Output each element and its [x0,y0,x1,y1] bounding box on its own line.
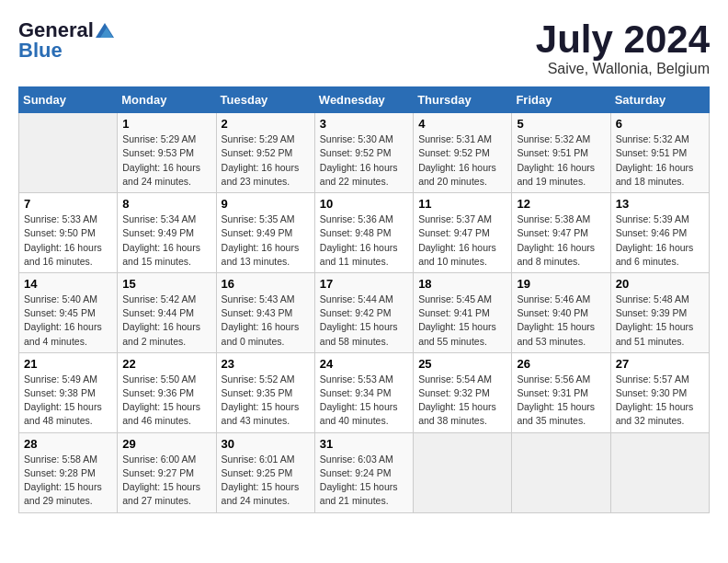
day-info: Sunrise: 5:42 AM Sunset: 9:44 PM Dayligh… [122,293,210,349]
calendar-cell: 11Sunrise: 5:37 AM Sunset: 9:47 PM Dayli… [414,193,512,273]
calendar-cell [19,113,118,193]
calendar-cell: 27Sunrise: 5:57 AM Sunset: 9:30 PM Dayli… [610,352,709,432]
header-saturday: Saturday [610,87,709,113]
calendar-cell: 24Sunrise: 5:53 AM Sunset: 9:34 PM Dayli… [314,352,413,432]
calendar-cell: 3Sunrise: 5:30 AM Sunset: 9:52 PM Daylig… [314,113,413,193]
calendar-cell: 10Sunrise: 5:36 AM Sunset: 9:48 PM Dayli… [314,193,413,273]
calendar-table: SundayMondayTuesdayWednesdayThursdayFrid… [18,86,710,512]
calendar-cell: 9Sunrise: 5:35 AM Sunset: 9:49 PM Daylig… [216,193,314,273]
day-info: Sunrise: 5:36 AM Sunset: 9:48 PM Dayligh… [320,213,408,269]
week-row-2: 7Sunrise: 5:33 AM Sunset: 9:50 PM Daylig… [19,193,710,273]
month-title: July 2024 [536,18,710,61]
day-info: Sunrise: 5:53 AM Sunset: 9:34 PM Dayligh… [320,373,408,429]
calendar-cell: 25Sunrise: 5:54 AM Sunset: 9:32 PM Dayli… [414,352,512,432]
header-friday: Friday [512,87,610,113]
calendar-cell: 13Sunrise: 5:39 AM Sunset: 9:46 PM Dayli… [610,193,709,273]
calendar-cell: 15Sunrise: 5:42 AM Sunset: 9:44 PM Dayli… [118,272,216,352]
day-info: Sunrise: 5:56 AM Sunset: 9:31 PM Dayligh… [517,373,605,429]
day-number: 15 [122,277,210,291]
day-info: Sunrise: 5:45 AM Sunset: 9:41 PM Dayligh… [418,293,506,349]
day-number: 2 [222,117,310,131]
calendar-cell [512,432,610,512]
day-number: 19 [517,277,605,291]
day-number: 20 [616,277,704,291]
day-number: 29 [122,437,210,451]
week-row-4: 21Sunrise: 5:49 AM Sunset: 9:38 PM Dayli… [19,352,710,432]
calendar-cell: 19Sunrise: 5:46 AM Sunset: 9:40 PM Dayli… [512,272,610,352]
day-info: Sunrise: 5:37 AM Sunset: 9:47 PM Dayligh… [418,213,506,269]
day-number: 13 [616,197,704,211]
day-info: Sunrise: 5:43 AM Sunset: 9:43 PM Dayligh… [222,293,310,349]
day-info: Sunrise: 5:48 AM Sunset: 9:39 PM Dayligh… [616,293,704,349]
day-number: 25 [418,357,506,371]
day-number: 16 [222,277,310,291]
day-number: 1 [122,117,210,131]
day-info: Sunrise: 5:32 AM Sunset: 9:51 PM Dayligh… [517,132,605,189]
day-number: 14 [24,277,112,291]
day-info: Sunrise: 5:54 AM Sunset: 9:32 PM Dayligh… [418,373,506,429]
calendar-cell: 8Sunrise: 5:34 AM Sunset: 9:49 PM Daylig… [118,193,216,273]
week-row-5: 28Sunrise: 5:58 AM Sunset: 9:28 PM Dayli… [19,432,710,512]
day-number: 31 [320,437,408,451]
day-info: Sunrise: 5:39 AM Sunset: 9:46 PM Dayligh… [616,213,704,269]
header-tuesday: Tuesday [216,87,314,113]
day-number: 8 [122,197,210,211]
day-info: Sunrise: 5:46 AM Sunset: 9:40 PM Dayligh… [517,293,605,349]
day-info: Sunrise: 5:29 AM Sunset: 9:53 PM Dayligh… [122,132,210,189]
calendar-cell: 5Sunrise: 5:32 AM Sunset: 9:51 PM Daylig… [512,113,610,193]
day-number: 3 [320,117,408,131]
calendar-cell: 16Sunrise: 5:43 AM Sunset: 9:43 PM Dayli… [216,272,314,352]
day-info: Sunrise: 5:30 AM Sunset: 9:52 PM Dayligh… [320,132,408,189]
day-number: 28 [24,437,112,451]
calendar-cell: 31Sunrise: 6:03 AM Sunset: 9:24 PM Dayli… [314,432,413,512]
day-info: Sunrise: 5:35 AM Sunset: 9:49 PM Dayligh… [222,213,310,269]
calendar-cell: 26Sunrise: 5:56 AM Sunset: 9:31 PM Dayli… [512,352,610,432]
day-number: 11 [418,197,506,211]
day-number: 7 [24,197,112,211]
day-info: Sunrise: 5:32 AM Sunset: 9:51 PM Dayligh… [616,132,704,189]
calendar-cell: 29Sunrise: 6:00 AM Sunset: 9:27 PM Dayli… [118,432,216,512]
day-number: 24 [320,357,408,371]
day-info: Sunrise: 5:52 AM Sunset: 9:35 PM Dayligh… [222,373,310,429]
logo-icon [96,23,114,38]
day-number: 9 [222,197,310,211]
calendar-cell [414,432,512,512]
calendar-cell: 14Sunrise: 5:40 AM Sunset: 9:45 PM Dayli… [19,272,118,352]
header-wednesday: Wednesday [314,87,413,113]
logo-blue: Blue [18,39,63,63]
day-info: Sunrise: 5:31 AM Sunset: 9:52 PM Dayligh… [418,132,506,189]
day-info: Sunrise: 5:49 AM Sunset: 9:38 PM Dayligh… [24,373,112,429]
calendar-cell: 28Sunrise: 5:58 AM Sunset: 9:28 PM Dayli… [19,432,118,512]
day-number: 18 [418,277,506,291]
calendar-header-row: SundayMondayTuesdayWednesdayThursdayFrid… [19,87,710,113]
day-info: Sunrise: 5:34 AM Sunset: 9:49 PM Dayligh… [122,213,210,269]
day-number: 27 [616,357,704,371]
week-row-3: 14Sunrise: 5:40 AM Sunset: 9:45 PM Dayli… [19,272,710,352]
day-info: Sunrise: 5:33 AM Sunset: 9:50 PM Dayligh… [24,213,112,269]
day-number: 21 [24,357,112,371]
day-info: Sunrise: 6:03 AM Sunset: 9:24 PM Dayligh… [320,453,408,509]
day-number: 4 [418,117,506,131]
calendar-cell: 7Sunrise: 5:33 AM Sunset: 9:50 PM Daylig… [19,193,118,273]
logo: General Blue [18,18,116,63]
calendar-cell: 22Sunrise: 5:50 AM Sunset: 9:36 PM Dayli… [118,352,216,432]
header-thursday: Thursday [414,87,512,113]
calendar-cell: 17Sunrise: 5:44 AM Sunset: 9:42 PM Dayli… [314,272,413,352]
day-info: Sunrise: 5:58 AM Sunset: 9:28 PM Dayligh… [24,453,112,509]
day-number: 10 [320,197,408,211]
day-number: 23 [222,357,310,371]
calendar-cell: 12Sunrise: 5:38 AM Sunset: 9:47 PM Dayli… [512,193,610,273]
week-row-1: 1Sunrise: 5:29 AM Sunset: 9:53 PM Daylig… [19,113,710,193]
day-info: Sunrise: 6:00 AM Sunset: 9:27 PM Dayligh… [122,453,210,509]
title-area: July 2024 Saive, Wallonia, Belgium [536,18,710,77]
day-number: 12 [517,197,605,211]
calendar-cell: 2Sunrise: 5:29 AM Sunset: 9:52 PM Daylig… [216,113,314,193]
day-number: 17 [320,277,408,291]
day-info: Sunrise: 5:57 AM Sunset: 9:30 PM Dayligh… [616,373,704,429]
day-info: Sunrise: 6:01 AM Sunset: 9:25 PM Dayligh… [222,453,310,509]
day-number: 5 [517,117,605,131]
calendar-cell: 4Sunrise: 5:31 AM Sunset: 9:52 PM Daylig… [414,113,512,193]
day-info: Sunrise: 5:40 AM Sunset: 9:45 PM Dayligh… [24,293,112,349]
day-number: 6 [616,117,704,131]
day-number: 26 [517,357,605,371]
